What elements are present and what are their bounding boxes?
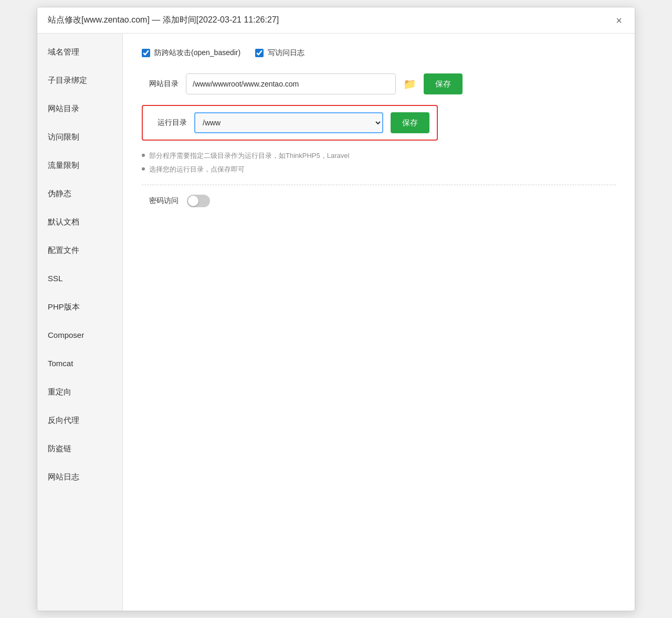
sidebar-item-subdir[interactable]: 子目录绑定 [37, 66, 122, 94]
run-dir-wrapper: 运行目录 /www / /public /app /web 保存 [142, 105, 438, 141]
website-dir-label: 网站目录 [142, 79, 178, 89]
hint-text-2: 选择您的运行目录，点保存即可 [149, 165, 245, 174]
sidebar-item-domain[interactable]: 域名管理 [37, 38, 122, 66]
password-access-toggle[interactable] [187, 195, 210, 207]
website-dir-row: 网站目录 📁 保存 [142, 73, 616, 94]
run-dir-save-button[interactable]: 保存 [391, 112, 429, 133]
sidebar-item-config[interactable]: 配置文件 [37, 236, 122, 264]
checkbox-row: 防跨站攻击(open_basedir) 写访问日志 [142, 48, 616, 58]
window-body: 域名管理 子目录绑定 网站目录 访问限制 流量限制 伪静态 默认文档 配置文件 … [37, 34, 635, 611]
sidebar-item-log[interactable]: 网站日志 [37, 463, 122, 491]
csrf-checkbox-label[interactable]: 防跨站攻击(open_basedir) [142, 48, 240, 58]
sidebar-item-default-doc[interactable]: 默认文档 [37, 208, 122, 236]
run-dir-select[interactable]: /www / /public /app /web [194, 112, 383, 133]
divider [142, 185, 616, 185]
sidebar-item-traffic[interactable]: 流量限制 [37, 151, 122, 179]
window-title: 站点修改[www.zentao.com] — 添加时间[2022-03-21 1… [48, 15, 279, 26]
hint-bullet-1 [142, 154, 145, 157]
log-label: 写访问日志 [268, 48, 304, 58]
hint-bullet-2 [142, 167, 145, 171]
website-dir-input[interactable] [186, 73, 396, 94]
website-dir-save-button[interactable]: 保存 [424, 73, 463, 94]
csrf-label: 防跨站攻击(open_basedir) [154, 48, 240, 58]
sidebar-item-tomcat[interactable]: Tomcat [37, 349, 122, 378]
password-access-label: 密码访问 [142, 196, 178, 206]
hint-text-1: 部分程序需要指定二级目录作为运行目录，如ThinkPHP5，Laravel [149, 151, 349, 161]
folder-icon[interactable]: 📁 [403, 78, 416, 90]
main-window: 站点修改[www.zentao.com] — 添加时间[2022-03-21 1… [37, 7, 635, 611]
sidebar: 域名管理 子目录绑定 网站目录 访问限制 流量限制 伪静态 默认文档 配置文件 … [37, 34, 123, 611]
sidebar-item-access[interactable]: 访问限制 [37, 123, 122, 151]
sidebar-item-php[interactable]: PHP版本 [37, 293, 122, 321]
sidebar-item-composer[interactable]: Composer [37, 321, 122, 349]
sidebar-item-reverse-proxy[interactable]: 反向代理 [37, 406, 122, 434]
run-dir-label: 运行目录 [150, 118, 187, 127]
log-checkbox-label[interactable]: 写访问日志 [255, 48, 304, 58]
sidebar-item-rewrite[interactable]: 伪静态 [37, 179, 122, 208]
sidebar-item-webdir[interactable]: 网站目录 [37, 94, 122, 123]
csrf-checkbox[interactable] [142, 49, 150, 57]
log-checkbox[interactable] [255, 49, 264, 57]
hint-item-2: 选择您的运行目录，点保存即可 [142, 165, 616, 174]
sidebar-item-ssl[interactable]: SSL [37, 264, 122, 293]
content-area: 防跨站攻击(open_basedir) 写访问日志 网站目录 📁 保存 运行目录… [123, 34, 635, 611]
sidebar-item-redirect[interactable]: 重定向 [37, 378, 122, 406]
sidebar-item-hotlink[interactable]: 防盗链 [37, 434, 122, 463]
close-button[interactable]: × [614, 15, 624, 26]
password-access-row: 密码访问 [142, 195, 616, 207]
title-bar: 站点修改[www.zentao.com] — 添加时间[2022-03-21 1… [37, 7, 635, 34]
hint-item-1: 部分程序需要指定二级目录作为运行目录，如ThinkPHP5，Laravel [142, 151, 616, 161]
hints-section: 部分程序需要指定二级目录作为运行目录，如ThinkPHP5，Laravel 选择… [142, 151, 616, 174]
